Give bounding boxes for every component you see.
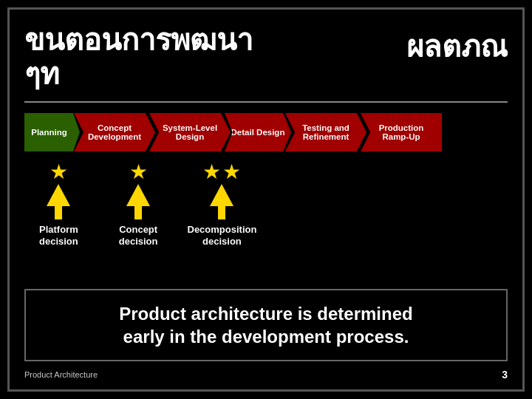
concept-arrow	[126, 184, 150, 219]
platform-decision: ★ Platformdecision	[39, 162, 78, 247]
pipeline-row: Planning Concept Development System-Leve…	[24, 113, 508, 151]
title-right: ผลตภณ	[392, 23, 508, 70]
bottom-text-line1: Product architecture is determined	[119, 304, 412, 324]
phase-detail: Detail Design	[225, 113, 291, 151]
platform-stars: ★	[50, 162, 68, 183]
decomp-stars: ★ ★	[202, 162, 241, 183]
phase-planning: Planning	[24, 113, 80, 151]
footer: Product Architecture 3	[24, 369, 508, 381]
star-icon: ★	[129, 162, 148, 183]
decisions-row: ★ Platformdecision ★ Conceptdecision ★ ★	[24, 162, 508, 247]
arrow-shaft	[134, 206, 142, 219]
decomp-arrow	[210, 184, 233, 219]
platform-label: Platformdecision	[39, 224, 78, 247]
arrow-up-icon	[47, 184, 70, 206]
phase-testing: Testing and Refinement	[285, 113, 366, 151]
title-thai: ขนตอนการพฒนา ๆท	[24, 23, 253, 91]
concept-decision: ★ Conceptdecision	[119, 162, 158, 247]
title-line2: ๆท	[24, 58, 59, 90]
arrow-shaft	[218, 206, 225, 219]
footer-label: Product Architecture	[24, 370, 98, 379]
star-icon-1: ★	[202, 162, 221, 183]
slide: ขนตอนการพฒนา ๆท ผลตภณ Planning Concept D…	[7, 7, 525, 392]
arrow-up-icon	[210, 184, 233, 206]
divider	[24, 101, 508, 103]
decomp-label: Decompositiondecision	[188, 224, 257, 247]
title-line1: ขนตอนการพฒนา	[24, 24, 253, 56]
bottom-text-box: Product architecture is determined early…	[24, 289, 508, 361]
title-area: ขนตอนการพฒนา ๆท ผลตภณ	[24, 23, 508, 91]
bottom-text-line2: early in the development process.	[123, 327, 409, 347]
concept-stars: ★	[129, 162, 148, 183]
star-icon-2: ★	[222, 162, 241, 183]
arrow-up-icon	[126, 184, 150, 206]
platform-arrow	[47, 184, 70, 219]
bottom-text: Product architecture is determined early…	[41, 302, 491, 348]
decomposition-decision: ★ ★ Decompositiondecision	[188, 162, 257, 247]
arrow-shaft	[55, 206, 62, 219]
concept-label: Conceptdecision	[119, 224, 158, 247]
phase-production: Production Ramp-Up	[361, 113, 442, 151]
phase-concept: Concept Development	[74, 113, 155, 151]
footer-page: 3	[502, 369, 508, 381]
phase-system: System-Level Design	[149, 113, 231, 151]
star-icon: ★	[50, 162, 68, 183]
